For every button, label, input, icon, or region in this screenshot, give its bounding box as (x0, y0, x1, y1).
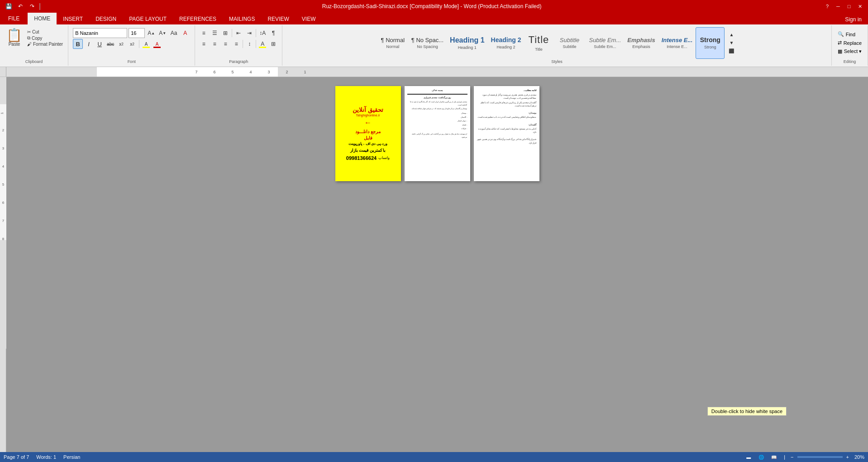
document-area[interactable]: تحقیق آنلاین Tahghighonline.ir ← مرجع دا… (6, 77, 868, 452)
style-emphasis[interactable]: Emphasis Emphasis (624, 27, 658, 59)
page2-text: روز بزرگداشت سعدی شیرازی سعدی شیرازی یکی… (407, 96, 467, 139)
sort-button[interactable]: ↕A (258, 28, 267, 38)
cut-button[interactable]: ✂ Cut (26, 29, 64, 35)
borders-button[interactable]: ⊞ (268, 39, 278, 49)
tab-file[interactable]: FILE (0, 13, 28, 24)
show-hide-button[interactable]: ¶ (268, 28, 278, 38)
save-icon[interactable]: 💾 (4, 1, 14, 11)
font-color-button[interactable]: A (152, 39, 162, 49)
zoom-minus[interactable]: − (791, 454, 793, 460)
zoom-level: 20% (854, 454, 864, 460)
select-button[interactable]: ▦ Select ▾ (836, 48, 864, 55)
style-heading1-label: Heading 1 (458, 45, 477, 50)
bullets-button[interactable]: ≡ (199, 28, 209, 38)
tab-mailings[interactable]: MAILINGS (223, 14, 261, 24)
style-heading2[interactable]: Heading 2 Heading 2 (488, 27, 525, 59)
page-2-content: بسمه تعالی روز بزرگداشت سعدی شیرازی سعدی… (405, 86, 470, 142)
align-center-button[interactable]: ≡ (210, 39, 219, 49)
ruler-side (0, 67, 6, 77)
indent-decrease-button[interactable]: ⇤ (234, 28, 243, 38)
style-emphasis-label: Emphasis (632, 44, 650, 49)
tab-insert[interactable]: INSERT (57, 14, 89, 24)
svg-text:3: 3 (2, 146, 5, 150)
web-view-button[interactable]: 🌐 (757, 453, 766, 461)
underline-button[interactable]: U (95, 39, 105, 49)
style-emphasis-preview: Emphasis (627, 37, 655, 44)
numbering-button[interactable]: ☰ (210, 28, 219, 38)
svg-text:6: 6 (2, 201, 5, 205)
paragraph-group-label: Paragraph (229, 59, 248, 65)
svg-text:1: 1 (0, 112, 4, 114)
undo-icon[interactable]: ↶ (15, 1, 25, 11)
read-view-button[interactable]: 📖 (769, 453, 778, 461)
paste-button[interactable]: 📋 Paste (4, 27, 25, 48)
minimize-button[interactable]: ─ (834, 3, 843, 10)
font-format-row: B I U abc x2 x2 A A (73, 39, 162, 49)
svg-text:8: 8 (2, 237, 5, 241)
styles-more[interactable]: ⬛ (726, 47, 736, 55)
close-button[interactable]: ✕ (855, 3, 864, 10)
tab-page-layout[interactable]: PAGE LAYOUT (123, 14, 173, 24)
paste-label: Paste (9, 42, 20, 47)
page2-title: بسمه تعالی (407, 89, 467, 92)
clear-formatting-button[interactable]: A (180, 28, 190, 38)
print-view-button[interactable]: ▬ (744, 453, 753, 461)
style-subtle-em[interactable]: Subtle Em... Subtle Em... (586, 27, 624, 59)
zoom-slider[interactable] (797, 456, 843, 458)
font-name-input[interactable] (73, 28, 127, 38)
styles-scroll-up[interactable]: ▲ (726, 31, 736, 39)
copy-button[interactable]: ⧉ Copy (26, 35, 64, 41)
clipboard-group: 📋 Paste ✂ Cut ⧉ Copy 🖌 Format Painter Cl… (0, 25, 68, 66)
format-painter-button[interactable]: 🖌 Format Painter (26, 41, 64, 47)
style-subtitle[interactable]: Subtitle Subtitle (553, 27, 586, 59)
zoom-plus[interactable]: + (846, 454, 849, 460)
align-right-button[interactable]: ≡ (220, 39, 230, 49)
text-highlight-button[interactable]: A (141, 39, 151, 49)
replace-button[interactable]: ⇄ Replace (836, 39, 863, 47)
font-shrink-button[interactable]: A▼ (157, 28, 167, 38)
paragraph-group: ≡ ☰ ⊞ ⇤ ⇥ ↕A ¶ ≡ ≡ ≡ ≡ ↕ A ⊞ P (195, 25, 282, 66)
font-size-input[interactable] (129, 28, 145, 38)
style-intenseem-label: Intense E... (667, 44, 687, 49)
styles-content: ¶ Normal Normal ¶ No Spac... No Spacing … (377, 26, 738, 59)
font-grow-button[interactable]: A▲ (146, 28, 156, 38)
styles-scroll-down[interactable]: ▼ (726, 39, 736, 47)
maximize-button[interactable]: □ (844, 3, 854, 10)
justify-button[interactable]: ≡ (231, 39, 241, 49)
change-case-button[interactable]: Aa (169, 28, 179, 38)
italic-button[interactable]: I (84, 39, 94, 49)
sign-in-button[interactable]: Sign in (839, 14, 868, 24)
style-title[interactable]: Title Title (524, 27, 553, 59)
help-button[interactable]: ? (823, 3, 832, 10)
redo-icon[interactable]: ↷ (27, 1, 37, 11)
style-nospacing-preview: ¶ No Spac... (411, 37, 444, 44)
ruler-area: 7 6 5 4 3 2 1 (0, 67, 868, 77)
style-heading1-preview: Heading 1 (450, 36, 484, 44)
ruler-main: 7 6 5 4 3 2 1 (6, 67, 868, 77)
bold-button[interactable]: B (73, 39, 83, 49)
multilevel-list-button[interactable]: ⊞ (220, 28, 230, 38)
tab-view[interactable]: VIEW (296, 14, 322, 24)
align-left-button[interactable]: ≡ (199, 39, 209, 49)
clipboard-small-buttons: ✂ Cut ⧉ Copy 🖌 Format Painter (26, 29, 64, 47)
style-heading1[interactable]: Heading 1 Heading 1 (447, 27, 487, 59)
shading-button[interactable]: A (258, 39, 267, 49)
style-intense-em[interactable]: Intense E... Intense E... (658, 27, 696, 59)
style-no-spacing[interactable]: ¶ No Spac... No Spacing (408, 27, 447, 59)
tab-references[interactable]: REFERENCES (173, 14, 223, 24)
line-spacing-button[interactable]: ↕ (244, 39, 254, 49)
paragraph-row-2: ≡ ≡ ≡ ≡ ↕ A ⊞ (199, 39, 278, 49)
strikethrough-button[interactable]: abc (105, 39, 115, 49)
window-controls: ? ─ □ ✕ (823, 3, 864, 10)
superscript-button[interactable]: x2 (127, 39, 137, 49)
subscript-button[interactable]: x2 (116, 39, 126, 49)
tab-review[interactable]: REVIEW (261, 14, 295, 24)
style-normal[interactable]: ¶ Normal Normal (377, 27, 408, 59)
style-strong[interactable]: Strong Strong (696, 27, 725, 59)
style-normal-label: Normal (386, 44, 399, 49)
indent-increase-button[interactable]: ⇥ (244, 28, 254, 38)
tab-home[interactable]: HOME (28, 13, 57, 24)
tab-design[interactable]: DESIGN (89, 14, 123, 24)
find-label: Find (846, 32, 855, 37)
find-button[interactable]: 🔍 Find (836, 30, 857, 38)
